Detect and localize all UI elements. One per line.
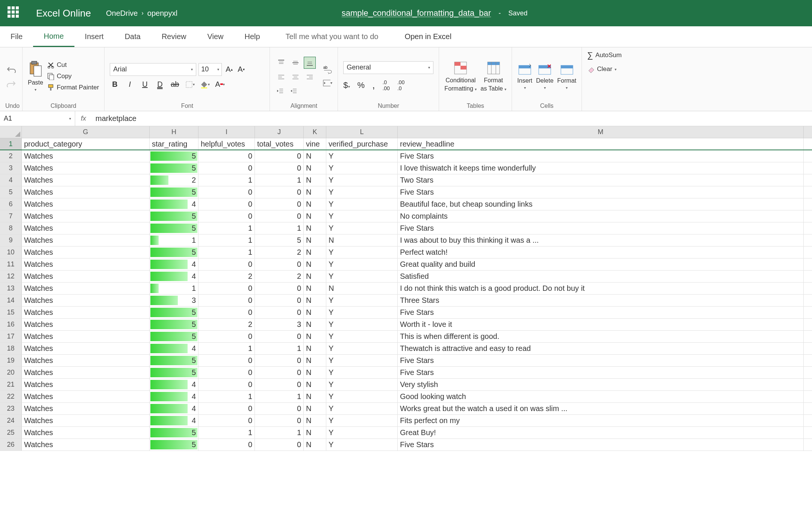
grid-cell[interactable]: 4: [150, 343, 198, 354]
row-header[interactable]: 19: [0, 355, 22, 366]
grid-cell[interactable]: 1: [198, 427, 255, 438]
grid-cell[interactable]: 0: [198, 355, 255, 366]
row-header[interactable]: 24: [0, 415, 22, 426]
grid-cell[interactable]: Perfect watch!: [398, 246, 804, 258]
grid-cell[interactable]: 1: [150, 283, 198, 294]
grid-cell[interactable]: Five Stars: [398, 439, 804, 451]
grid-cell[interactable]: N: [304, 439, 326, 451]
tab-data[interactable]: Data: [114, 26, 151, 47]
format-cells-button[interactable]: Format▾: [557, 62, 576, 90]
grid-cell[interactable]: This is when different is good.: [398, 331, 804, 342]
grid-cell[interactable]: 5: [150, 222, 198, 234]
grid-cell[interactable]: 4: [150, 403, 198, 414]
grid-cell[interactable]: 0: [255, 259, 304, 270]
grid-cell[interactable]: Watches: [22, 367, 150, 378]
borders-button[interactable]: ▾: [185, 80, 195, 89]
grid-cell[interactable]: Five Stars: [398, 367, 804, 378]
header-cell[interactable]: star_rating: [150, 138, 198, 150]
grid-cell[interactable]: Thewatch is attractive and easy to read: [398, 343, 804, 354]
grid-cell[interactable]: 1: [198, 343, 255, 354]
open-in-excel-button[interactable]: Open in Excel: [393, 26, 463, 47]
grid-cell[interactable]: Watches: [22, 283, 150, 294]
grid-cell[interactable]: 0: [255, 379, 304, 390]
breadcrumb-item[interactable]: OneDrive: [106, 9, 138, 18]
grid-cell[interactable]: 0: [255, 403, 304, 414]
grid-cell[interactable]: Y: [326, 379, 398, 390]
header-cell[interactable]: review_headline: [398, 138, 804, 150]
tab-insert[interactable]: Insert: [74, 26, 114, 47]
grid-cell[interactable]: N: [304, 234, 326, 246]
grid-cell[interactable]: 0: [198, 150, 255, 162]
grid-cell[interactable]: Watches: [22, 174, 150, 186]
grid-cell[interactable]: 1: [255, 427, 304, 438]
grid-cell[interactable]: Y: [326, 415, 398, 426]
grid-cell[interactable]: N: [304, 403, 326, 414]
delete-cells-button[interactable]: Delete▾: [536, 62, 553, 90]
grid-cell[interactable]: 0: [255, 283, 304, 294]
cut-button[interactable]: Cut: [47, 61, 99, 69]
grid-cell[interactable]: N: [304, 415, 326, 426]
column-header-J[interactable]: J: [255, 126, 304, 138]
wrap-text-button[interactable]: ab: [323, 65, 332, 74]
row-header[interactable]: 20: [0, 367, 22, 378]
grid-cell[interactable]: N: [304, 283, 326, 294]
grid-cell[interactable]: Fits perfect on my: [398, 415, 804, 426]
row-header[interactable]: 6: [0, 198, 22, 210]
grid-cell[interactable]: Watches: [22, 379, 150, 390]
decrease-decimal-button[interactable]: .00.0: [397, 79, 404, 91]
grid-cell[interactable]: 5: [150, 331, 198, 342]
row-header[interactable]: 12: [0, 271, 22, 282]
grid-cell[interactable]: Five Stars: [398, 307, 804, 318]
grid-cell[interactable]: Y: [326, 439, 398, 451]
tab-help[interactable]: Help: [234, 26, 270, 47]
select-all-corner[interactable]: [0, 126, 22, 138]
clear-button[interactable]: Clear▾: [587, 65, 617, 73]
grid-cell[interactable]: Watches: [22, 307, 150, 318]
increase-decimal-button[interactable]: .0.00: [382, 79, 389, 91]
grid-cell[interactable]: 1: [255, 343, 304, 354]
grid-cell[interactable]: N: [304, 150, 326, 162]
grid-cell[interactable]: Five Stars: [398, 355, 804, 366]
align-bottom-button[interactable]: [304, 57, 316, 69]
grid-cell[interactable]: N: [304, 162, 326, 174]
fill-color-button[interactable]: ▾: [200, 80, 210, 89]
bold-button[interactable]: B: [110, 80, 120, 89]
row-header[interactable]: 11: [0, 259, 22, 270]
font-size-select[interactable]: 10▾: [198, 63, 222, 76]
decrease-indent-button[interactable]: [275, 86, 285, 96]
increase-font-button[interactable]: A▴: [224, 65, 234, 74]
row-header[interactable]: 14: [0, 295, 22, 306]
grid-cell[interactable]: 0: [255, 162, 304, 174]
grid-cell[interactable]: 5: [150, 367, 198, 378]
grid-cell[interactable]: Watches: [22, 198, 150, 210]
grid-cell[interactable]: 0: [255, 295, 304, 306]
grid-cell[interactable]: 1: [198, 234, 255, 246]
header-cell[interactable]: verified_purchase: [326, 138, 398, 150]
header-cell[interactable]: total_votes: [255, 138, 304, 150]
grid-cell[interactable]: 0: [198, 439, 255, 451]
grid-cell[interactable]: 0: [198, 186, 255, 198]
grid-cell[interactable]: 0: [255, 355, 304, 366]
grid-cell[interactable]: N: [304, 259, 326, 270]
grid-cell[interactable]: Y: [326, 403, 398, 414]
row-header[interactable]: 7: [0, 210, 22, 222]
name-box[interactable]: A1▾: [0, 111, 75, 126]
grid-cell[interactable]: 2: [198, 271, 255, 282]
spreadsheet-grid[interactable]: GHIJKLM 1product_categorystar_ratinghelp…: [0, 126, 812, 451]
tab-home[interactable]: Home: [33, 26, 74, 47]
row-header[interactable]: 3: [0, 162, 22, 174]
row-header[interactable]: 4: [0, 174, 22, 186]
grid-cell[interactable]: Y: [326, 391, 398, 402]
grid-cell[interactable]: 0: [255, 186, 304, 198]
grid-cell[interactable]: 3: [150, 295, 198, 306]
grid-cell[interactable]: Watches: [22, 415, 150, 426]
grid-cell[interactable]: 5: [150, 427, 198, 438]
grid-cell[interactable]: Watches: [22, 210, 150, 222]
column-header-M[interactable]: M: [398, 126, 804, 138]
row-header[interactable]: 25: [0, 427, 22, 438]
grid-cell[interactable]: N: [304, 271, 326, 282]
grid-cell[interactable]: Watches: [22, 427, 150, 438]
row-header[interactable]: 15: [0, 307, 22, 318]
tab-file[interactable]: File: [0, 26, 33, 47]
align-middle-button[interactable]: [289, 57, 301, 69]
